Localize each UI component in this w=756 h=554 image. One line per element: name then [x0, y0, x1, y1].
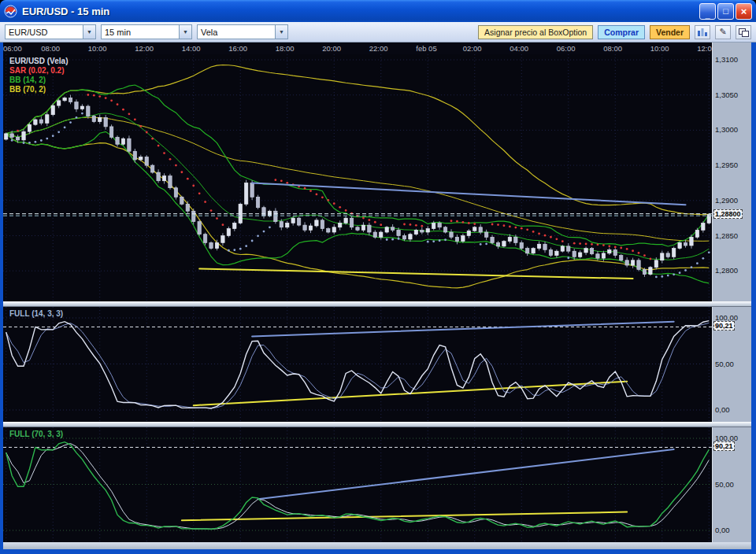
time-axis-label: feb 05	[416, 44, 444, 53]
chevron-down-icon: ▼	[179, 25, 191, 39]
current-price-tag: 1,28800	[713, 209, 743, 219]
price-tick-label: 1,3050	[715, 90, 738, 99]
stoch-current-value-tag: 90,21	[713, 441, 735, 451]
time-axis-label: 08:00	[41, 44, 69, 53]
stoch70-scale[interactable]: 100,0050,000,0090,21	[712, 427, 751, 542]
panel-splitter[interactable]	[3, 301, 751, 307]
maximize-button[interactable]: □	[717, 3, 734, 20]
price-tick-label: 1,2900	[715, 196, 738, 205]
symbol-dropdown-value: EUR/USD	[6, 28, 83, 37]
stoch-tick-label: 100,00	[715, 313, 738, 322]
price-tick-label: 1,3000	[715, 125, 738, 134]
time-axis-label: 16:00	[228, 44, 257, 53]
price-tick-label: 1,3100	[715, 55, 738, 64]
main-chart-plot[interactable]	[3, 54, 712, 301]
assign-boxoption-button[interactable]: Asignar precio al BoxOption	[478, 25, 593, 39]
chevron-down-icon: ▼	[83, 25, 95, 39]
price-tick-label: 1,2800	[715, 266, 738, 275]
stoch-tick-label: 100,00	[715, 434, 738, 442]
chart-style-dropdown[interactable]: Vela ▼	[197, 24, 288, 39]
chart-style-dropdown-value: Vela	[198, 28, 275, 37]
price-scale[interactable]: 1,31001,30501,30001,29501,29001,28501,28…	[712, 54, 751, 301]
time-axis-label: 06:00	[3, 44, 32, 53]
stoch-tick-label: 0,00	[715, 405, 730, 414]
minimize-button[interactable]: _	[699, 3, 716, 20]
toolbar: EUR/USD ▼ 15 min ▼ Vela ▼ Asignar precio…	[0, 22, 756, 42]
time-axis-label: 12:00	[135, 44, 163, 53]
time-axis-label: 06:00	[557, 44, 585, 53]
time-axis-corner	[712, 42, 751, 54]
close-button[interactable]: ×	[736, 3, 752, 20]
panel-splitter[interactable]	[3, 422, 751, 427]
interval-dropdown-value: 15 min	[102, 28, 179, 37]
window-icon	[4, 5, 17, 18]
chart-type-icon[interactable]	[695, 25, 710, 39]
cascade-windows-icon[interactable]	[736, 25, 751, 39]
time-axis-label: 20:00	[322, 44, 350, 53]
time-axis-label: 18:00	[276, 44, 304, 53]
time-axis[interactable]: 06:0008:0010:0012:0014:0016:0018:0020:00…	[3, 42, 712, 54]
time-axis-label: 22:00	[369, 44, 398, 53]
time-axis-label: 10:00	[650, 44, 679, 53]
stoch-tick-label: 50,00	[715, 360, 734, 368]
stoch-tick-label: 0,00	[715, 526, 730, 534]
window-title: EUR/USD - 15 min	[22, 6, 109, 17]
stoch14-scale[interactable]: 100,0050,000,0090,21	[712, 307, 751, 422]
time-axis-label: 14:00	[182, 44, 210, 53]
price-tick-label: 1,2950	[715, 161, 738, 169]
stoch-current-value-tag: 90,21	[713, 321, 735, 331]
price-tick-label: 1,2850	[715, 231, 738, 240]
time-axis-label: 02:00	[463, 44, 491, 53]
draw-pencil-icon[interactable]: ✎	[715, 25, 731, 39]
stoch14-plot[interactable]	[3, 307, 712, 422]
sell-button[interactable]: Vender	[650, 25, 690, 39]
buy-button[interactable]: Comprar	[598, 25, 645, 39]
time-axis-label: 12:00	[697, 44, 712, 53]
stoch-tick-label: 50,00	[715, 480, 734, 489]
chevron-down-icon: ▼	[275, 25, 287, 39]
symbol-dropdown[interactable]: EUR/USD ▼	[5, 24, 96, 39]
stoch70-plot[interactable]	[3, 427, 712, 542]
time-axis-label: 10:00	[88, 44, 117, 53]
time-axis-label: 08:00	[603, 44, 632, 53]
bottom-scroll-strip[interactable]	[3, 542, 751, 549]
interval-dropdown[interactable]: 15 min ▼	[101, 24, 192, 39]
chart-window: EUR/USD - 15 min _ □ × EUR/USD ▼ 15 min …	[0, 0, 756, 554]
titlebar[interactable]: EUR/USD - 15 min _ □ ×	[0, 0, 756, 22]
time-axis-label: 04:00	[510, 44, 538, 53]
